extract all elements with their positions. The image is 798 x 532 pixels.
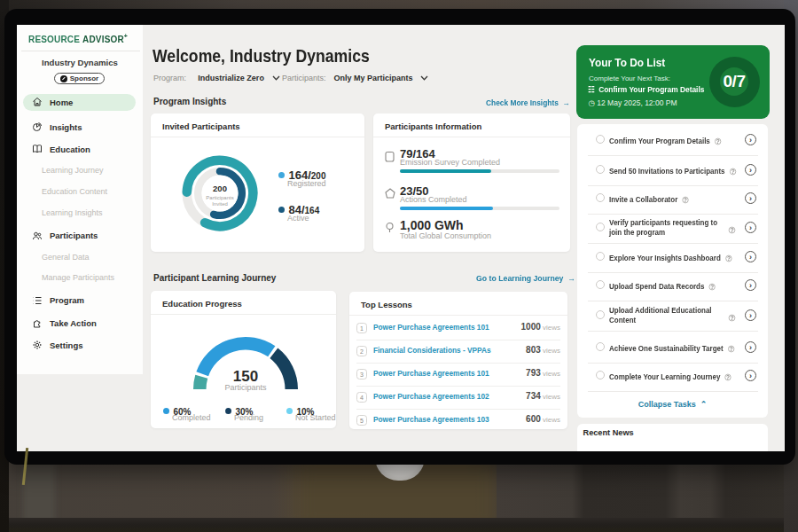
svg-text:Invited: Invited	[212, 201, 228, 207]
svg-text:150: 150	[233, 368, 258, 385]
svg-text:Participants: Participants	[224, 383, 267, 392]
svg-text:200: 200	[213, 184, 227, 193]
svg-text:Participants: Participants	[206, 195, 233, 200]
